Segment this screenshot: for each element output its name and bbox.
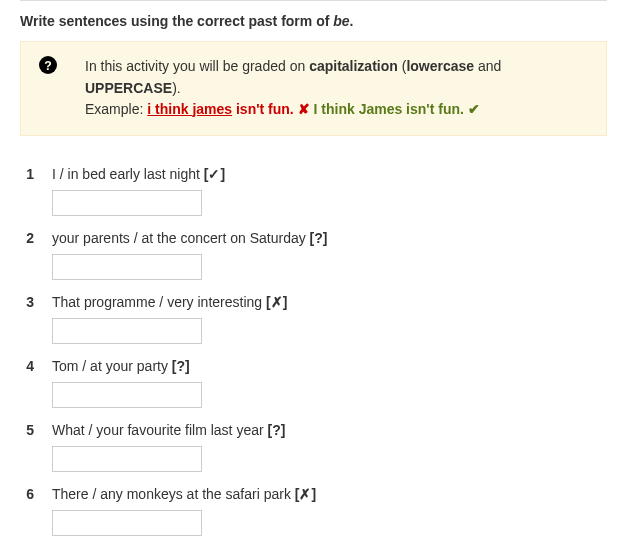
question-prompt: There / any monkeys at the safari park [… <box>52 486 316 502</box>
cross-icon: ✘ <box>298 101 310 117</box>
answer-tag: [✗] <box>266 294 287 310</box>
question-number: 3 <box>20 294 34 310</box>
example-wrong-2: james <box>192 101 232 117</box>
question-row: 6 There / any monkeys at the safari park… <box>20 486 607 536</box>
check-icon: ✔ <box>468 101 480 117</box>
answer-tag: [?] <box>268 422 286 438</box>
example-right: I think James isn't fun. <box>314 101 468 117</box>
question-row: 2 your parents / at the concert on Satur… <box>20 230 607 280</box>
question-line: 1 I / in bed early last night [✓] <box>20 166 607 182</box>
answer-input[interactable] <box>52 254 202 280</box>
prompt-text: I / in bed early last night <box>52 166 204 182</box>
question-number: 4 <box>20 358 34 374</box>
question-row: 1 I / in bed early last night [✓] <box>20 166 607 216</box>
input-wrap <box>20 446 607 472</box>
answer-tag: [✗] <box>295 486 316 502</box>
question-prompt: I / in bed early last night [✓] <box>52 166 225 182</box>
question-prompt: What / your favourite film last year [?] <box>52 422 285 438</box>
hint-and: and <box>474 58 501 74</box>
svg-text:?: ? <box>44 59 52 73</box>
question-line: 6 There / any monkeys at the safari park… <box>20 486 607 502</box>
question-line: 4 Tom / at your party [?] <box>20 358 607 374</box>
question-prompt: your parents / at the concert on Saturda… <box>52 230 327 246</box>
instruction-italic: be <box>333 13 349 29</box>
question-line: 5 What / your favourite film last year [… <box>20 422 607 438</box>
answer-tag: [?] <box>310 230 328 246</box>
input-wrap <box>20 318 607 344</box>
prompt-text: There / any monkeys at the safari park <box>52 486 295 502</box>
question-number: 6 <box>20 486 34 502</box>
question-circle-icon: ? <box>39 56 57 80</box>
question-number: 2 <box>20 230 34 246</box>
hint-uppercase: UPPERCASE <box>85 80 172 96</box>
question-row: 3 That programme / very interesting [✗] <box>20 294 607 344</box>
prompt-text: That programme / very interesting <box>52 294 266 310</box>
answer-input[interactable] <box>52 382 202 408</box>
hint-paren-close: ). <box>172 80 181 96</box>
example-wrong-1: i think <box>147 101 192 117</box>
answer-tag: [✓] <box>204 166 225 182</box>
input-wrap <box>20 254 607 280</box>
answer-input[interactable] <box>52 190 202 216</box>
question-row: 4 Tom / at your party [?] <box>20 358 607 408</box>
question-line: 2 your parents / at the concert on Satur… <box>20 230 607 246</box>
question-prompt: That programme / very interesting [✗] <box>52 294 287 310</box>
answer-input[interactable] <box>52 510 202 536</box>
prompt-text: Tom / at your party <box>52 358 172 374</box>
question-number: 5 <box>20 422 34 438</box>
question-prompt: Tom / at your party [?] <box>52 358 190 374</box>
example-wrong-plain: isn't fun. <box>232 101 298 117</box>
answer-input[interactable] <box>52 318 202 344</box>
answer-tag: [?] <box>172 358 190 374</box>
question-row: 5 What / your favourite film last year [… <box>20 422 607 472</box>
hint-box: ? In this activity you will be graded on… <box>20 41 607 136</box>
input-wrap <box>20 190 607 216</box>
instruction-prefix: Write sentences using the correct past f… <box>20 13 333 29</box>
hint-text: In this activity you will be graded on c… <box>85 56 588 121</box>
instruction-text: Write sentences using the correct past f… <box>0 1 627 41</box>
hint-example-label: Example: <box>85 101 147 117</box>
hint-line1-prefix: In this activity you will be graded on <box>85 58 309 74</box>
question-number: 1 <box>20 166 34 182</box>
question-line: 3 That programme / very interesting [✗] <box>20 294 607 310</box>
hint-capitalization: capitalization <box>309 58 398 74</box>
questions-list: 1 I / in bed early last night [✓] 2 your… <box>0 156 627 536</box>
hint-lowercase: lowercase <box>406 58 474 74</box>
exercise-container: Write sentences using the correct past f… <box>0 0 627 543</box>
input-wrap <box>20 382 607 408</box>
prompt-text: your parents / at the concert on Saturda… <box>52 230 310 246</box>
input-wrap <box>20 510 607 536</box>
instruction-suffix: . <box>350 13 354 29</box>
answer-input[interactable] <box>52 446 202 472</box>
prompt-text: What / your favourite film last year <box>52 422 268 438</box>
